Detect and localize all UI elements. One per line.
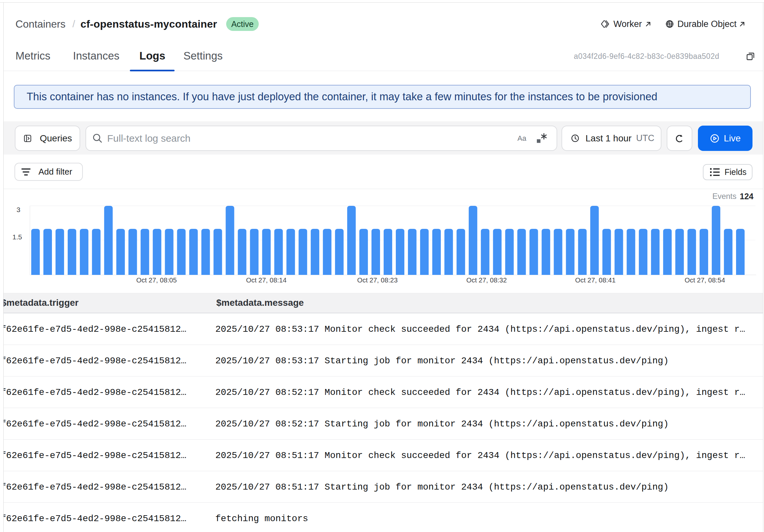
svg-text:1.5: 1.5 (13, 233, 22, 241)
svg-text:Oct 27, 08:05: Oct 27, 08:05 (136, 276, 177, 284)
svg-text:3: 3 (16, 206, 20, 213)
svg-text:Oct 27, 08:23: Oct 27, 08:23 (357, 276, 397, 284)
svg-text:Oct 27, 08:14: Oct 27, 08:14 (246, 276, 286, 284)
svg-text:Oct 27, 08:41: Oct 27, 08:41 (575, 276, 615, 284)
svg-text:Oct 27, 08:54: Oct 27, 08:54 (684, 276, 725, 284)
svg-text:Oct 27, 08:32: Oct 27, 08:32 (466, 276, 506, 284)
